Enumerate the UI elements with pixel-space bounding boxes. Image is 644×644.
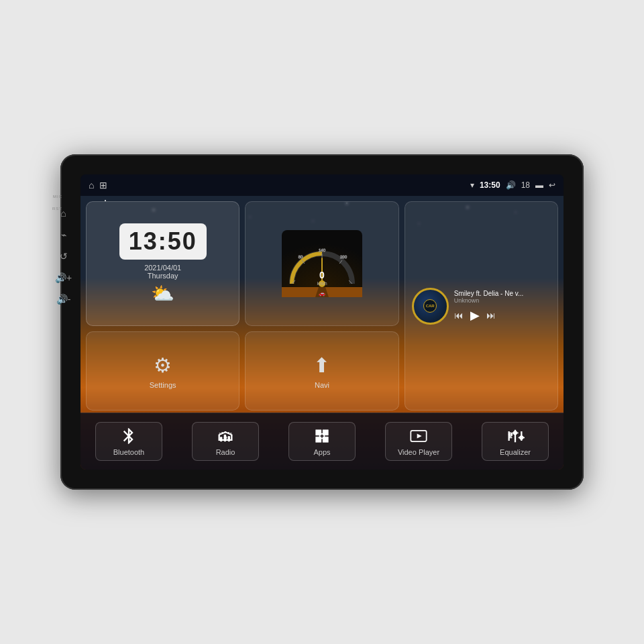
volume-icon: 🔊 — [506, 180, 516, 190]
svg-rect-24 — [224, 435, 227, 442]
video-player-label: Video Player — [398, 448, 439, 456]
music-cover: CAR — [412, 288, 449, 325]
main-content: 13:50 2021/04/01 Thursday ⛅ — [80, 196, 564, 470]
status-right: ▾ 13:50 🔊 18 ▬ ↩ — [470, 180, 555, 190]
equalizer-button[interactable]: Equalizer — [482, 422, 549, 461]
status-time: 13:50 — [480, 180, 500, 190]
battery-icon: ▬ — [535, 180, 543, 190]
music-logo: CAR — [423, 299, 437, 313]
speedometer-widget[interactable]: 0 80 140 200 240 0 km/h — [245, 201, 398, 326]
wifi-icon: ▾ — [470, 180, 474, 190]
svg-text:km/h: km/h — [317, 281, 327, 286]
widget-grid: 13:50 2021/04/01 Thursday ⛅ — [80, 196, 564, 416]
home-icon[interactable]: ⌂ — [89, 180, 94, 191]
svg-text:80: 80 — [299, 255, 303, 259]
svg-rect-18 — [219, 433, 221, 433]
vol-up-side-icon[interactable]: 🔊+ — [55, 272, 72, 283]
video-player-button[interactable]: Video Player — [385, 422, 452, 461]
weather-icon: ⛅ — [151, 282, 174, 305]
bottom-bar: Bluetooth — [80, 413, 564, 470]
svg-rect-23 — [220, 437, 223, 441]
clock-day-value: Thursday — [148, 272, 178, 280]
speedometer-svg: 0 80 140 200 240 0 km/h — [282, 230, 362, 297]
svg-rect-21 — [228, 432, 229, 433]
svg-rect-19 — [221, 432, 223, 433]
music-title: Smiley ft. Delia - Ne v... — [454, 290, 551, 297]
svg-rect-20 — [225, 431, 226, 433]
screen: ⌂ ⊞ ▾ 13:50 🔊 18 ▬ ↩ — [80, 174, 564, 470]
radio-label: Radio — [216, 448, 235, 456]
vol-down-side-icon[interactable]: 🔊- — [56, 294, 71, 305]
navi-icon: ⬆ — [313, 354, 330, 377]
car-unit: MIC RST ⌂ ⌁ ↺ 🔊+ 🔊- ⌂ ⊞ ▾ 13:50 🔊 18 ▬ ↩ — [60, 154, 584, 490]
clock-widget[interactable]: 13:50 2021/04/01 Thursday ⛅ — [86, 201, 239, 326]
svg-text:200: 200 — [340, 255, 347, 259]
play-button[interactable]: ▶ — [470, 308, 480, 323]
clock-date: 2021/04/01 Thursday — [144, 264, 181, 280]
apps-status-icon[interactable]: ⊞ — [99, 180, 107, 191]
volume-level: 18 — [521, 180, 530, 190]
equalizer-label: Equalizer — [500, 448, 531, 456]
home2-side-icon[interactable]: ⌁ — [61, 229, 66, 240]
svg-marker-28 — [417, 434, 422, 439]
apps-label: Apps — [313, 448, 330, 456]
back-side-icon[interactable]: ↺ — [60, 251, 68, 262]
music-info: Smiley ft. Delia - Ne v... Unknown ⏮ ▶ ⏭ — [454, 290, 551, 323]
settings-widget[interactable]: ⚙ Settings — [86, 331, 239, 411]
radio-icon — [216, 427, 235, 445]
home-side-icon[interactable]: ⌂ — [60, 208, 66, 219]
music-artist: Unknown — [454, 297, 551, 304]
settings-label: Settings — [150, 381, 176, 389]
music-widget[interactable]: CAR Smiley ft. Delia - Ne v... Unknown ⏮… — [405, 201, 558, 411]
bluetooth-icon — [119, 427, 138, 445]
svg-point-26 — [320, 434, 325, 439]
side-icon-buttons: ⌂ ⌁ ↺ 🔊+ 🔊- — [55, 208, 72, 305]
status-left: ⌂ ⊞ — [89, 180, 107, 191]
equalizer-icon — [506, 427, 525, 445]
back-status-icon[interactable]: ↩ — [549, 180, 555, 190]
music-controls: ⏮ ▶ ⏭ — [454, 308, 551, 323]
radio-button[interactable]: Radio — [192, 422, 259, 461]
apps-button[interactable]: Apps — [288, 422, 356, 461]
navi-widget[interactable]: ⬆ Navi — [245, 331, 398, 411]
mic-label: MIC — [53, 195, 64, 199]
bluetooth-button[interactable]: Bluetooth — [95, 422, 162, 461]
video-player-icon — [409, 427, 428, 445]
bluetooth-label: Bluetooth — [113, 448, 144, 456]
clock-date-value: 2021/04/01 — [144, 264, 181, 272]
svg-text:0: 0 — [319, 270, 325, 280]
clock-display: 13:50 — [119, 223, 207, 260]
prev-button[interactable]: ⏮ — [454, 310, 464, 321]
svg-text:140: 140 — [319, 248, 326, 252]
status-bar: ⌂ ⊞ ▾ 13:50 🔊 18 ▬ ↩ — [80, 174, 564, 196]
next-button[interactable]: ⏭ — [486, 310, 496, 321]
clock-time: 13:50 — [129, 227, 197, 256]
svg-rect-22 — [230, 433, 231, 433]
settings-icon: ⚙ — [154, 354, 172, 377]
navi-label: Navi — [315, 381, 329, 389]
svg-text:🚗: 🚗 — [319, 290, 325, 297]
apps-icon — [313, 427, 331, 445]
svg-rect-25 — [228, 436, 231, 441]
